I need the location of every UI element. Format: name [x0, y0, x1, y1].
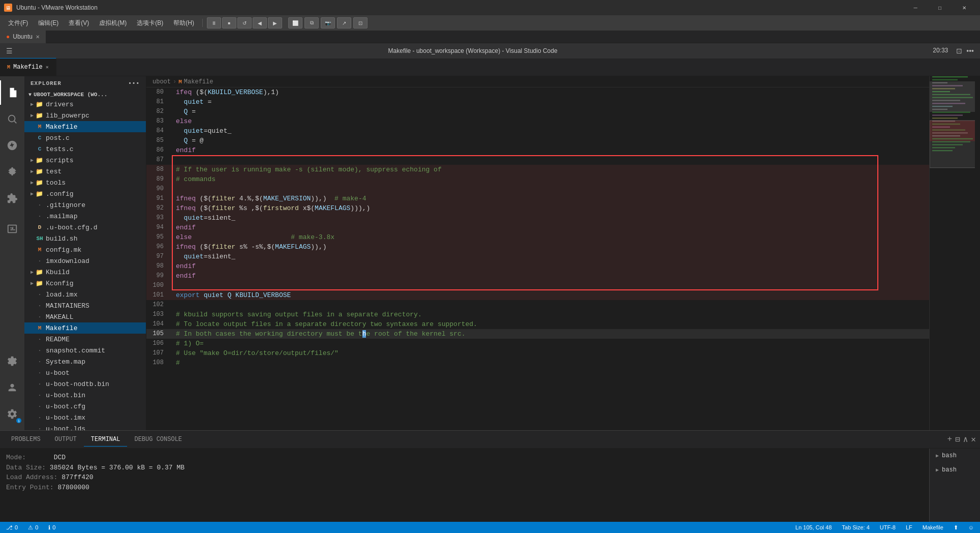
activity-debug[interactable] [0, 160, 24, 184]
sidebar-item-postc[interactable]: ▶ C post.c [24, 132, 146, 143]
sidebar-item-ubootcfg[interactable]: ▶ · u-boot.cfg [24, 401, 146, 412]
maximize-panel-btn[interactable]: ∧ [963, 434, 968, 445]
menu-edit[interactable]: 编辑(E) [34, 17, 63, 29]
vertical-scrollbar[interactable] [975, 76, 980, 430]
sidebar-item-makefile2[interactable]: ▶ M Makefile [24, 322, 146, 334]
sidebar-item-ubootbin[interactable]: ▶ · u-boot.bin [24, 390, 146, 401]
terminal-content[interactable]: Mode: DCD Data Size: 385024 Bytes = 376.… [0, 449, 929, 522]
sidebar-item-ubootcfgd[interactable]: ▶ D .u-boot.cfg.d [24, 222, 146, 233]
sidebar-item-tools[interactable]: ▶ 📁 tools [24, 177, 146, 188]
bash-item-1[interactable]: ▶ bash [930, 449, 980, 463]
sidebar-item-lib-powerpc[interactable]: ▶ 📁 lib_powerpc [24, 110, 146, 121]
folder-icon: 📁 [36, 157, 44, 164]
makefile-tab-close[interactable]: ✕ [46, 64, 49, 70]
activity-files[interactable] [0, 80, 24, 105]
makefile-tab[interactable]: M Makefile ✕ [0, 58, 56, 76]
status-language[interactable]: Makefile [921, 524, 945, 530]
sh-icon: SH [36, 235, 44, 242]
reset-button[interactable]: ↺ [237, 17, 252, 28]
pause-button[interactable]: ⏸ [207, 17, 221, 28]
sidebar-item-uboot[interactable]: ▶ · u-boot [24, 367, 146, 378]
activity-remote[interactable] [0, 349, 24, 373]
sidebar-item-imxdownload[interactable]: ▶ · imxdownload [24, 255, 146, 266]
code-line-94: 94 endif [146, 223, 929, 232]
menu-vm[interactable]: 虚拟机(M) [95, 17, 131, 29]
sidebar-item-kconfig[interactable]: ▶ 📁 Kconfig [24, 278, 146, 289]
menu-file[interactable]: 文件(F) [4, 17, 32, 29]
activity-extensions[interactable] [0, 186, 24, 211]
menu-help[interactable]: 帮助(H) [169, 17, 198, 29]
status-eol[interactable]: LF [904, 524, 914, 530]
code-editor[interactable]: uboot › M Makefile 80 ifeq ($(KBUILD_VER… [146, 76, 929, 430]
status-smiley[interactable]: ☺ [966, 524, 976, 530]
close-button[interactable]: ✕ [953, 0, 976, 15]
ubuntu-tab[interactable]: ● Ubuntu ✕ [0, 31, 46, 43]
vscode-titlebar: ☰ Makefile - uboot_workspace (Workspace)… [0, 43, 980, 58]
activity-bar: 1 [0, 76, 24, 430]
activity-git[interactable] [0, 133, 24, 158]
maximize-button[interactable]: □ [928, 0, 952, 15]
minimize-button[interactable]: ─ [904, 0, 927, 15]
sidebar-item-configmk[interactable]: ▶ M config.mk [24, 244, 146, 255]
sidebar-item-kbuild[interactable]: ▶ 📁 Kbuild [24, 266, 146, 278]
bash-item-2[interactable]: ▶ bash [930, 463, 980, 477]
sidebar-item-snapshot-commit[interactable]: ▶ · snapshot.commit [24, 345, 146, 356]
debug-console-tab[interactable]: DEBUG CONSOLE [127, 433, 189, 447]
code-line-106: 106 # 1) O= [146, 339, 929, 348]
menu-tabs[interactable]: 选项卡(B) [133, 17, 167, 29]
sidebar-item-ubootimx[interactable]: ▶ · u-boot.imx [24, 412, 146, 423]
sidebar-item-testsc[interactable]: ▶ C tests.c [24, 143, 146, 155]
activity-account[interactable] [0, 375, 24, 400]
status-tabsize[interactable]: Tab Size: 4 [840, 524, 871, 530]
activity-settings[interactable]: 1 [0, 402, 24, 426]
add-terminal-btn[interactable]: + [947, 435, 952, 444]
window-btn[interactable]: ⧉ [304, 17, 319, 28]
problems-tab[interactable]: PROBLEMS [4, 433, 48, 447]
workspace-label[interactable]: ▼ UBOOT_WORKSPACE (WO... [24, 91, 146, 99]
status-encoding[interactable]: UTF-8 [878, 524, 898, 530]
activity-terminal[interactable] [0, 217, 24, 241]
terminal-tab[interactable]: TERMINAL [84, 433, 128, 447]
mode-value: DCD [54, 454, 66, 461]
hamburger-icon[interactable]: ☰ [6, 47, 13, 55]
stop-button[interactable]: ■ [222, 17, 236, 28]
snap-btn[interactable]: 📷 [321, 17, 335, 28]
fullscreen-btn[interactable]: ⬜ [288, 17, 302, 28]
sidebar-item-systemmap[interactable]: ▶ · System.map [24, 356, 146, 367]
sidebar-item-ubootnodtbbin[interactable]: ▶ · u-boot-nodtb.bin [24, 378, 146, 390]
sidebar-item-test[interactable]: ▶ 📁 test [24, 166, 146, 177]
status-git[interactable]: ⎇ 0 [4, 524, 20, 531]
sidebar-item-gitignore[interactable]: ▶ · .gitignore [24, 199, 146, 211]
vscode-container: ☰ Makefile - uboot_workspace (Workspace)… [0, 43, 980, 533]
sidebar-more-icon[interactable]: ••• [128, 80, 140, 86]
more-icon[interactable]: ••• [966, 47, 974, 55]
sidebar-item-readme[interactable]: ▶ · README [24, 334, 146, 345]
sidebar-item-config[interactable]: ▶ 📁 .config [24, 188, 146, 199]
layout-icon[interactable]: ⊡ [956, 47, 962, 55]
sidebar-item-loadimx[interactable]: ▶ · load.imx [24, 289, 146, 300]
sidebar-item-scripts[interactable]: ▶ 📁 scripts [24, 155, 146, 166]
sidebar-item-mailmap[interactable]: ▶ · .mailmap [24, 211, 146, 222]
menu-view[interactable]: 查看(V) [65, 17, 93, 29]
sidebar-item-buildsh[interactable]: ▶ SH build.sh [24, 233, 146, 244]
sidebar-item-ubootlds[interactable]: ▶ · u-boot.lds [24, 423, 146, 430]
status-warnings[interactable]: ℹ 0 [46, 524, 57, 531]
sidebar-item-maintainers[interactable]: ▶ · MAINTAINERS [24, 300, 146, 311]
share-btn[interactable]: ↗ [337, 17, 351, 28]
sidebar-item-drivers[interactable]: ▶ 📁 drivers [24, 99, 146, 110]
output-tab[interactable]: OUTPUT [48, 433, 84, 447]
ubuntu-tab-close[interactable]: ✕ [36, 34, 40, 40]
view-btn2[interactable]: ⊡ [353, 17, 368, 28]
activity-search[interactable] [0, 107, 24, 131]
status-errors[interactable]: ⚠ 0 [26, 524, 40, 531]
split-terminal-btn[interactable]: ⊟ [955, 434, 960, 445]
sidebar-item-makefile[interactable]: ▶ M Makefile [24, 121, 146, 132]
svg-rect-18 [932, 114, 963, 115]
vm-tab-bar: ● Ubuntu ✕ [0, 31, 980, 43]
close-panel-btn[interactable]: ✕ [971, 434, 976, 445]
status-upload[interactable]: ⬆ [952, 524, 960, 531]
forward-button[interactable]: ▶ [268, 17, 282, 28]
sidebar-item-makeall[interactable]: ▶ · MAKEALL [24, 311, 146, 322]
status-position[interactable]: Ln 105, Col 48 [793, 524, 834, 530]
back-button[interactable]: ◀ [253, 17, 267, 28]
